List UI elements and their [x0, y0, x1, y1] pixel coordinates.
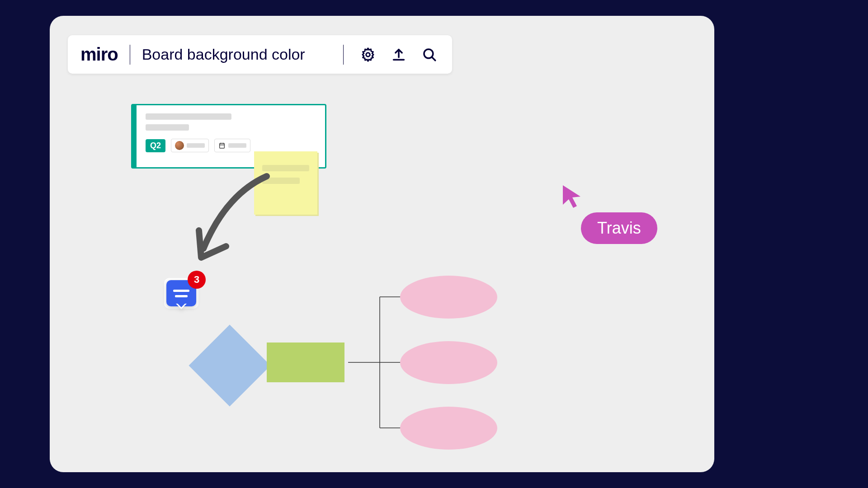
miro-logo[interactable]: miro [80, 44, 118, 65]
card-assignee[interactable] [171, 139, 209, 152]
diamond-shape[interactable] [189, 324, 270, 406]
remote-cursor-label: Travis [581, 212, 657, 244]
board-canvas[interactable]: miro Board background color [50, 16, 714, 472]
card-title-placeholder [146, 113, 231, 120]
ellipse-shape[interactable] [400, 341, 497, 384]
export-button[interactable] [391, 47, 407, 63]
search-button[interactable] [421, 47, 438, 63]
settings-button[interactable] [360, 47, 376, 63]
svg-point-0 [366, 52, 370, 56]
gear-icon [360, 47, 376, 62]
toolbar-divider [130, 45, 130, 65]
rectangle-shape[interactable] [267, 343, 344, 382]
avatar [175, 141, 184, 150]
date-placeholder [228, 143, 246, 148]
ellipse-shape[interactable] [400, 407, 497, 450]
ellipse-shape[interactable] [400, 276, 497, 319]
card-tag-quarter[interactable]: Q2 [146, 139, 165, 152]
comment-indicator[interactable]: 3 [164, 278, 198, 309]
top-toolbar: miro Board background color [68, 35, 452, 74]
board-title[interactable]: Board background color [142, 46, 305, 63]
comment-count-badge: 3 [188, 271, 206, 289]
upload-icon [391, 47, 406, 62]
calendar-icon [218, 142, 226, 149]
assignee-placeholder [187, 143, 205, 148]
toolbar-divider [343, 45, 344, 65]
svg-rect-2 [220, 143, 225, 148]
card-subtitle-placeholder [146, 124, 189, 131]
search-icon [422, 47, 437, 62]
card-date[interactable] [214, 139, 250, 152]
remote-cursor-icon [561, 183, 583, 210]
